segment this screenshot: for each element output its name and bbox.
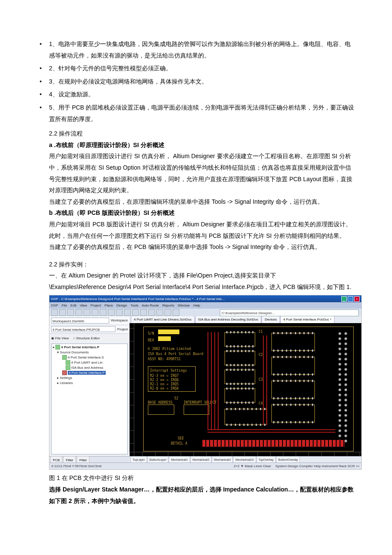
bullet-list: 1、电路中需要至少一块集成电路，因为集成电路的管脚可以作为激励源输出到被分析的网…: [36, 38, 356, 124]
menu-item[interactable]: Design: [116, 302, 127, 309]
structure-editor-radio[interactable]: ○ Structure Editor: [73, 335, 100, 341]
toolbar-button[interactable]: [100, 309, 107, 316]
layer-tab[interactable]: Mechanical16: [233, 456, 256, 463]
heading-operation-example: 2.2 操作实例：: [49, 259, 356, 270]
status-right: 2+2 ▼ Mask Level Clear: [233, 463, 271, 469]
bullet-text: 2、针对每个元件的信号完整性模型必须正确。: [49, 65, 172, 72]
menu-item[interactable]: Auto Route: [142, 302, 159, 309]
screenshot-altium: DXP - C:\Examples\Reference Designs\4 Po…: [49, 295, 362, 470]
menu-item[interactable]: Window: [178, 302, 190, 309]
bullet-item: 4、设定激励源。: [36, 89, 356, 100]
toolbar-button[interactable]: [67, 309, 74, 316]
menu-item[interactable]: Place: [104, 302, 113, 309]
layer-tab[interactable]: Mechanical4: [212, 456, 233, 463]
file-view-radio[interactable]: ◉ File View: [51, 335, 69, 341]
pcb-board-outline: S/N REV © 2002 Altium Limited ISA Bus 4 …: [143, 327, 354, 451]
toolbar-button[interactable]: [140, 309, 147, 316]
pcb-canvas[interactable]: S/N REV © 2002 Altium Limited ISA Bus 4 …: [130, 323, 361, 457]
layer-tab[interactable]: Mechanical1: [169, 456, 190, 463]
bullet-item: 3、在规则中必须设定电源网络和地网络，具体操作见本文。: [36, 76, 356, 87]
sn-field: [158, 330, 179, 334]
window-title: DXP - C:\Examples\Reference Designs\4 Po…: [51, 296, 225, 302]
menu-item[interactable]: View: [80, 302, 87, 309]
paragraph-bold: 选择 Design/Layer Stack Manager…，配置好相应的层后，…: [49, 484, 356, 506]
minimize-button[interactable]: _: [341, 296, 347, 302]
doc-tab[interactable]: 4 Port UART and Line Drivers.SchDoc: [131, 316, 195, 323]
paragraph: 用户如需对项目原理图设计进行 SI 仿真分析， Altium Designer …: [49, 150, 356, 196]
toolbar-button[interactable]: [75, 309, 82, 316]
menu-item[interactable]: Edit: [70, 302, 76, 309]
bullet-text: 5、用于 PCB 的层堆栈必须设置正确，电源平面必须连续，分割电源平面将无法得到…: [49, 104, 354, 122]
layer-tabs: TopLayer BottomLayer Mechanical1 Mechani…: [130, 456, 361, 463]
close-button[interactable]: ×: [354, 296, 360, 302]
status-coords: X:1213.75mil Y:5970mil Grid:5mil: [51, 463, 101, 469]
menu-item[interactable]: File: [61, 302, 67, 309]
figure-caption: 图 1 在 PCB 文件中进行 SI 分析: [49, 472, 356, 484]
toolbar-button[interactable]: [116, 309, 123, 316]
address-bar-text: C:\Examples\Reference Designs\...: [222, 310, 275, 316]
menu-item[interactable]: Reports: [162, 302, 174, 309]
doc-tab[interactable]: Devices: [262, 316, 280, 323]
bullet-text: 3、在规则中必须设定电源网络和地网络，具体操作见本文。: [49, 78, 208, 85]
workspace-label: Workspace: [111, 317, 128, 324]
layer-tab[interactable]: TopOverlay: [257, 456, 276, 463]
project-tree[interactable]: ▸ 4 Port Serial Interface.P ▾ Source Doc…: [51, 344, 128, 454]
doc-tab-active[interactable]: 4 Port Serial Interface.PcbDoc *: [280, 316, 334, 323]
window-titlebar: DXP - C:\Examples\Reference Designs\4 Po…: [49, 295, 361, 302]
doc-tab[interactable]: ISA Bus and Address Decoding.SchDoc: [195, 316, 261, 323]
layer-tab[interactable]: Mechanical3: [190, 456, 211, 463]
address-bar[interactable]: C:\Examples\Reference Designs\...: [220, 309, 359, 316]
bullet-item: 2、针对每个元件的信号完整性模型必须正确。: [36, 63, 356, 74]
menu-item[interactable]: Project: [90, 302, 101, 309]
bullet-item: 1、电路中需要至少一块集成电路，因为集成电路的管脚可以作为激励源输出到被分析的网…: [36, 38, 356, 61]
layer-tab[interactable]: BottomOverlay: [276, 456, 300, 463]
maximize-button[interactable]: □: [348, 296, 353, 302]
toolbar-button[interactable]: [59, 309, 66, 316]
menu-item[interactable]: Tools: [130, 302, 138, 309]
project-label: Project: [117, 326, 128, 332]
layer-tab[interactable]: BottomLayer: [147, 456, 169, 463]
layer-tab[interactable]: TopLayer: [130, 456, 147, 463]
subheading-a: a .布线前（即原理图设计阶段）SI 分析概述: [49, 139, 356, 151]
toolbar-button[interactable]: [108, 309, 115, 316]
edge-connector: [202, 440, 345, 447]
paragraph: 当建立了必要的仿真模型后，在原理图编辑环境的菜单中选择 Tools -> Sig…: [49, 196, 356, 208]
main-section: 2.2 操作流程 a .布线前（即原理图设计阶段）SI 分析概述 用户如需对项目…: [36, 128, 356, 506]
toolbar-button[interactable]: [164, 309, 171, 316]
panel-tabs: PCB Filter Filter: [49, 456, 130, 463]
projects-panel: Workspace1.DsnWrk Workspace 4 Port Seria…: [49, 316, 130, 463]
subheading-b: b .布线后（即 PCB 版图设计阶段）SI 分析概述: [49, 207, 356, 219]
bullet-item: 5、用于 PCB 的层堆栈必须设置正确，电源平面必须连续，分割电源平面将无法得到…: [36, 102, 356, 124]
paragraph: 一、在 Altium Designer 的 Protel 设计环境下，选择 Fi…: [49, 270, 356, 281]
paragraph: \Examples\Reference Design\4 Port Serial…: [49, 281, 356, 293]
toolbar-button[interactable]: [51, 309, 58, 316]
bullet-text: 4、设定激励源。: [49, 91, 94, 98]
toolbar-button[interactable]: [132, 309, 139, 316]
figure-1: DXP - C:\Examples\Reference Designs\4 Po…: [49, 295, 356, 470]
menu-item[interactable]: DXP: [51, 302, 58, 309]
toolbar-button[interactable]: [156, 309, 163, 316]
project-dropdown[interactable]: 4 Port Serial Interface.PRJPCB: [51, 326, 115, 332]
toolbar-button[interactable]: [92, 309, 98, 316]
interrupt-settings-box: Interrupt Settings R2-3 on = IRQ7 R2-2 o…: [148, 366, 196, 392]
menubar: DXP File Edit View Project Place Design …: [49, 302, 361, 309]
toolbar-button[interactable]: [124, 309, 131, 316]
rev-field: [158, 336, 171, 341]
status-panels[interactable]: System Design Compiler Help Instrument R…: [275, 463, 360, 469]
heading-operation-flow: 2.2 操作流程: [49, 128, 356, 139]
toolbar-button[interactable]: [173, 309, 179, 316]
document-tabs: 4 Port UART and Line Drivers.SchDoc ISA …: [130, 316, 361, 324]
bullet-text: 1、电路中需要至少一块集成电路，因为集成电路的管脚可以作为激励源输出到被分析的网…: [49, 40, 351, 59]
paragraph: 当建立了必要的仿真模型后，在 PCB 编辑环境的菜单中选择 Tools -> S…: [49, 241, 356, 253]
toolbar-button[interactable]: [148, 309, 155, 316]
menu-item[interactable]: Help: [193, 302, 200, 309]
workspace-dropdown[interactable]: Workspace1.DsnWrk: [51, 318, 109, 324]
status-bar: X:1213.75mil Y:5970mil Grid:5mil 2+2 ▼ M…: [49, 462, 361, 469]
paragraph: 用户如需对项目 PCB 版图设计进行 SI 仿真分析， Altium Desig…: [49, 219, 356, 241]
toolbar-button[interactable]: [84, 309, 90, 316]
